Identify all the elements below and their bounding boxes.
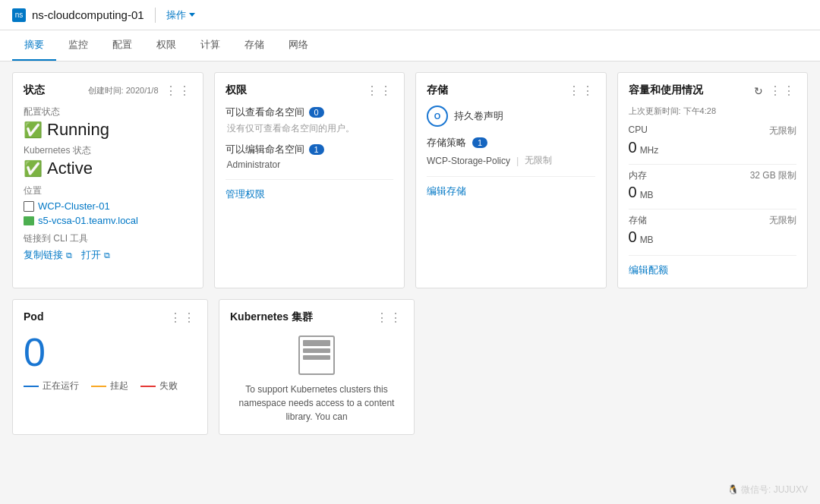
connect-label: 链接到 CLI 工具 [24,232,192,245]
tab-storage[interactable]: 存储 [232,30,276,61]
pod-card: Pod ⋮⋮ 0 正在运行 挂起 失败 [12,299,208,435]
active-status: ✅ Active [24,159,192,178]
cpu-unit: MHz [640,145,659,156]
storage-card: 存储 ⋮⋮ O 持久卷声明 存储策略 1 WCP-Storage-Policy … [415,72,607,288]
chevron-down-icon [189,13,195,17]
running-status: ✅ Running [24,120,192,140]
created-time: 创建时间: 2020/1/8 [88,85,159,96]
memory-limit: 32 GB 限制 [750,169,796,182]
pod-legend: 正在运行 挂起 失败 [24,380,197,392]
policy-row: WCP-Storage-Policy | 无限制 [427,154,595,167]
status-title: 状态 [24,83,45,96]
pvc-zero-icon: O [427,106,448,127]
pod-card-header: Pod ⋮⋮ [24,310,197,325]
running-text: Running [47,120,109,140]
permission-footer: 管理权限 [226,179,394,201]
failed-legend-line [140,386,156,387]
storage-capacity-unit: MB [640,235,654,245]
tab-permissions[interactable]: 权限 [144,30,188,61]
pending-legend: 挂起 [91,380,128,392]
empty-space [425,299,808,435]
open-link-button[interactable]: 打开 ⧉ [81,248,110,262]
active-text: Active [47,159,93,178]
k8s-cluster-card: Kubernetes 集群 ⋮⋮ To support Kubernetes c… [219,299,415,435]
view-permission-label: 可以查看命名空间 [226,106,304,119]
permission-card-menu[interactable]: ⋮⋮ [366,83,393,98]
permission-card-header: 权限 ⋮⋮ [226,83,394,98]
memory-divider [629,209,797,209]
server-link[interactable]: s5-vcsa-01.teamv.local [24,215,192,226]
external-link-icon: ⧉ [104,250,110,260]
k8s-card-menu[interactable]: ⋮⋮ [376,310,403,325]
running-check-icon: ✅ [24,121,43,139]
manage-permissions-link[interactable]: 管理权限 [226,188,265,200]
tab-config[interactable]: 配置 [100,30,144,61]
namespace-icon: ns [12,8,26,22]
view-count-badge: 0 [309,107,324,118]
cpu-section: CPU 无限制 0 MHz [629,124,797,156]
failed-legend: 失败 [140,380,178,392]
status-card-header: 状态 创建时间: 2020/1/8 ⋮⋮ [24,83,192,98]
capacity-footer: 编辑配额 [629,255,797,277]
server-icon [24,216,34,225]
tab-summary[interactable]: 摘要 [12,30,56,61]
copy-link-button[interactable]: 复制链接 ⧉ [24,248,72,262]
copy-icon: ⧉ [66,250,72,260]
pod-title: Pod [24,310,43,323]
k8s-namespace-icon [298,335,335,375]
connect-actions: 复制链接 ⧉ 打开 ⧉ [24,248,192,262]
main-content: 状态 创建时间: 2020/1/8 ⋮⋮ 配置状态 ✅ Running Kube… [0,61,820,456]
tab-monitor[interactable]: 监控 [56,30,100,61]
pod-card-menu[interactable]: ⋮⋮ [169,310,197,325]
cpu-divider [629,164,797,165]
edit-count-badge: 1 [309,144,324,155]
edit-storage-link[interactable]: 编辑存储 [427,185,466,197]
edit-permission-user: Administrator [227,159,394,170]
k8s-status-label: Kubernetes 状态 [24,144,192,157]
memory-section: 内存 32 GB 限制 0 MB [629,169,797,201]
storage-capacity-limit: 无限制 [769,214,796,227]
memory-label: 内存 [629,169,647,182]
cluster-link[interactable]: WCP-Cluster-01 [24,200,192,212]
capacity-card: 容量和使用情况 ↻ ⋮⋮ 上次更新时间: 下午4:28 CPU 无限制 0 MH… [617,72,809,288]
capacity-card-menu[interactable]: ⋮⋮ [769,83,796,98]
k8s-icon-container [230,335,403,375]
storage-capacity-value: 0 [629,228,637,246]
tab-compute[interactable]: 计算 [188,30,232,61]
pvc-label: 持久卷声明 [454,109,503,123]
action-button[interactable]: 操作 [166,8,195,22]
running-legend-label: 正在运行 [43,380,79,392]
top-cards-row: 状态 创建时间: 2020/1/8 ⋮⋮ 配置状态 ✅ Running Kube… [12,72,808,288]
capacity-title: 容量和使用情况 [629,83,703,97]
k8s-icon-bot [303,355,330,360]
policy-section: 存储策略 1 WCP-Storage-Policy | 无限制 [427,136,595,167]
edit-quota-link[interactable]: 编辑配额 [629,264,668,276]
policy-label: 存储策略 [427,136,466,150]
edit-permission-section: 可以编辑命名空间 1 Administrator [226,143,394,170]
edit-permission-label: 可以编辑命名空间 [226,143,304,156]
storage-footer: 编辑存储 [427,176,595,198]
last-updated: 上次更新时间: 下午4:28 [629,106,797,117]
k8s-description: To support Kubernetes clusters this name… [230,383,403,424]
location-label: 位置 [24,184,192,197]
cpu-value: 0 [629,139,637,156]
storage-card-menu[interactable]: ⋮⋮ [568,83,595,98]
permission-card: 权限 ⋮⋮ 可以查看命名空间 0 没有仅可查看命名空间的用户。 可以编辑命名空间… [214,72,405,288]
policy-count-badge: 1 [472,137,487,148]
tab-network[interactable]: 网络 [276,30,320,61]
active-check-icon: ✅ [24,159,43,178]
permission-title: 权限 [226,83,247,97]
k8s-icon-mid [303,348,330,353]
status-card-menu[interactable]: ⋮⋮ [165,83,192,98]
header: ns ns-cloudcomputing-01 操作 [0,0,820,30]
cpu-label: CPU [629,124,648,137]
refresh-icon[interactable]: ↻ [754,85,763,97]
storage-card-header: 存储 ⋮⋮ [427,83,595,98]
policy-limit: 无限制 [525,154,552,167]
k8s-title: Kubernetes 集群 [230,310,313,324]
storage-capacity-label: 存储 [629,214,647,227]
storage-title: 存储 [427,83,448,97]
view-empty-message: 没有仅可查看命名空间的用户。 [227,122,394,135]
status-card: 状态 创建时间: 2020/1/8 ⋮⋮ 配置状态 ✅ Running Kube… [12,72,203,288]
running-legend-line [24,386,39,387]
